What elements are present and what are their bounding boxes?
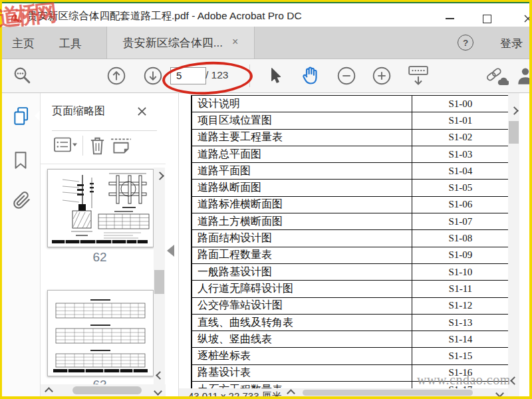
- thumbnail-page-63[interactable]: [47, 290, 154, 376]
- thumbnail-62-preview: [48, 170, 152, 245]
- attachments-rail-button[interactable]: [12, 190, 32, 211]
- delete-pages-button[interactable]: [88, 136, 106, 156]
- minus-circle-icon: [337, 66, 356, 85]
- previous-page-button[interactable]: [107, 66, 126, 85]
- link-cloud-icon: [483, 66, 509, 87]
- tab-bar: 主页 工具 贵安新区综合体四... ×: [2, 27, 529, 59]
- thumbnail-options-button[interactable]: [54, 137, 78, 155]
- page-thumbnails-rail-button[interactable]: [12, 106, 31, 126]
- toc-table-body: 设计说明 S1-00 项目区域位置图 S1-01 道路主要工程量表 S1-02 …: [192, 96, 509, 397]
- toc-row-name: 设计说明: [192, 96, 412, 112]
- toc-row-name: 纵坡、竖曲线表: [192, 331, 412, 348]
- panel-scrollbar-thumb[interactable]: [154, 270, 164, 294]
- content-region: 页面缩略图: [2, 93, 529, 396]
- tab-document-label: 贵安新区综合体四...: [123, 35, 223, 51]
- toc-row-name: 直线、曲线及转角表: [192, 314, 412, 331]
- thumbnail-62-label: 62: [47, 250, 152, 265]
- help-button[interactable]: ?: [458, 35, 473, 51]
- toc-row-sheet: S1-00: [412, 96, 509, 112]
- doc-scroll-left-icon[interactable]: [287, 389, 295, 396]
- tab-close-icon[interactable]: ×: [232, 36, 238, 48]
- drawing-list-table: 设计说明 S1-00 项目区域位置图 S1-01 道路主要工程量表 S1-02 …: [191, 95, 509, 396]
- search-button[interactable]: [13, 66, 33, 86]
- panel-close-button[interactable]: [137, 106, 147, 116]
- toc-row-name: 逐桩坐标表: [192, 348, 412, 364]
- toc-row-sheet: S1-14: [412, 331, 509, 348]
- document-status-bar: 43.011 x 22.733 厘米: [179, 388, 508, 396]
- selected-panel-notch: [35, 110, 40, 121]
- toc-row-sheet: S1-04: [412, 163, 509, 180]
- select-tool-button[interactable]: [266, 66, 283, 85]
- table-row: 逐桩坐标表 S1-15: [192, 348, 509, 364]
- page-thumbnails-panel: 页面缩略图: [41, 93, 167, 396]
- bookmarks-rail-button[interactable]: [12, 150, 29, 170]
- crop-pages-icon: [110, 136, 132, 156]
- list-options-icon: [54, 137, 78, 155]
- main-toolbar: 5 / 123: [2, 59, 529, 93]
- table-row: 道路纵断面图 S1-05: [192, 180, 509, 196]
- toc-row-name: 项目区域位置图: [192, 112, 412, 129]
- table-row: 一般路基设计图 S1-10: [192, 263, 509, 280]
- pages-icon: [12, 106, 31, 126]
- page-display-icon: [408, 65, 429, 86]
- table-row: 路面结构设计图 S1-08: [192, 230, 509, 247]
- bookmark-icon: [12, 150, 29, 170]
- table-row: 道路总平面图 S1-03: [192, 146, 509, 162]
- hand-tool-button[interactable]: [301, 65, 321, 86]
- page-dimensions-label: 43.011 x 22.733 厘米: [188, 390, 282, 396]
- toc-row-name: 一般路基设计图: [192, 263, 412, 280]
- table-row: 纵坡、竖曲线表 S1-14: [192, 331, 509, 348]
- arrow-up-circle-icon: [107, 66, 126, 85]
- zoom-out-button[interactable]: [337, 66, 356, 85]
- acrobat-window: 贵安新区综合体四配套道路工程.pdf - Adobe Acrobat Pro D…: [0, 0, 532, 399]
- site-watermark: www.cndao.com: [417, 372, 509, 388]
- next-page-button[interactable]: [144, 66, 162, 85]
- minimize-button[interactable]: [441, 13, 458, 25]
- maximize-button[interactable]: [478, 13, 495, 25]
- document-scrollbar-thumb[interactable]: [509, 121, 519, 144]
- doc-scroll-right-icon[interactable]: [495, 389, 504, 396]
- panel-divider: [41, 164, 166, 164]
- toc-row-sheet: S1-13: [412, 314, 509, 331]
- window-border-right: [529, 0, 532, 399]
- toc-row-sheet: S1-11: [412, 281, 509, 297]
- tab-tools[interactable]: 工具: [59, 36, 82, 51]
- table-row: 道路主要工程量表 S1-02: [192, 129, 509, 146]
- table-row: 道路平面图 S1-04: [192, 163, 509, 180]
- tab-home[interactable]: 主页: [12, 36, 35, 51]
- crop-pages-button[interactable]: [110, 136, 132, 156]
- table-row: 道路标准横断面图 S1-06: [192, 196, 509, 213]
- zoom-in-button[interactable]: [372, 66, 391, 85]
- document-hscrollbar-thumb[interactable]: [303, 390, 473, 396]
- toc-row-name: 道路平面图: [192, 163, 412, 180]
- search-icon: [13, 66, 33, 86]
- panel-collapse-arrow[interactable]: [167, 245, 174, 257]
- share-link-button[interactable]: [483, 66, 509, 87]
- toc-row-sheet: S1-06: [412, 196, 509, 213]
- panel-hscrollbar-thumb[interactable]: [72, 386, 142, 394]
- toc-row-name: 道路主要工程量表: [192, 129, 412, 146]
- page-display-button[interactable]: [408, 65, 429, 86]
- trash-icon: [88, 136, 106, 156]
- toc-row-sheet: S1-07: [412, 213, 509, 230]
- maximize-icon: [483, 15, 491, 23]
- minimize-icon: [446, 18, 454, 19]
- thumbnail-63-preview: [48, 291, 152, 374]
- table-row: 项目区域位置图 S1-01: [192, 112, 509, 129]
- toc-row-name: 道路标准横断面图: [192, 196, 412, 213]
- toc-row-name: 路基设计表: [192, 364, 412, 381]
- window-border-bottom: [0, 396, 532, 399]
- red-circle-annotation: [162, 59, 253, 96]
- toc-row-name: 公交停靠站设计图: [192, 297, 412, 314]
- toc-row-name: 道路土方横断面图: [192, 213, 412, 230]
- cursor-arrow-icon: [266, 66, 283, 85]
- document-view[interactable]: 设计说明 S1-00 项目区域位置图 S1-01 道路主要工程量表 S1-02 …: [179, 93, 509, 396]
- thumbnail-page-62[interactable]: [47, 169, 154, 247]
- toc-row-sheet: S1-10: [412, 263, 509, 280]
- window-border-left: [0, 0, 2, 399]
- sign-in-button[interactable]: 登录: [500, 36, 523, 51]
- tab-document[interactable]: 贵安新区综合体四... ×: [106, 27, 255, 59]
- table-row: 设计说明 S1-00: [192, 96, 509, 112]
- table-row: 道路土方横断面图 S1-07: [192, 213, 509, 230]
- arrow-down-circle-icon: [144, 66, 162, 85]
